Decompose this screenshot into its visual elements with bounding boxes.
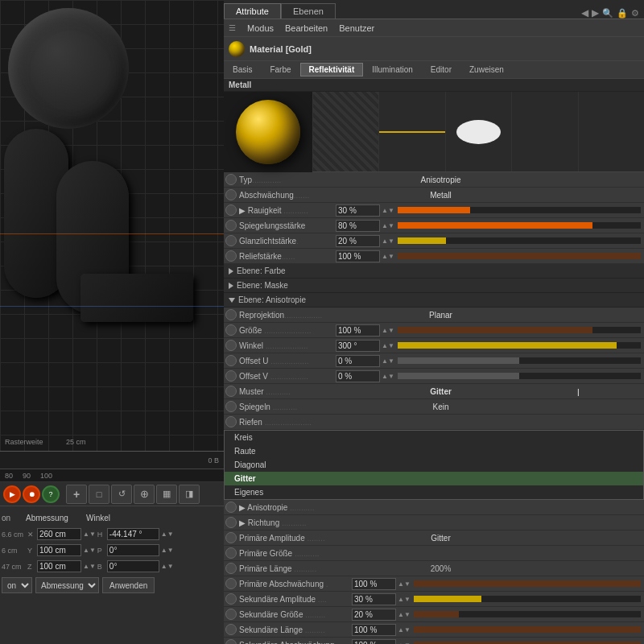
s-lange-indicator[interactable] — [225, 624, 237, 635]
mat-tab-farbe[interactable]: Farbe — [261, 63, 299, 76]
p-abs-input[interactable] — [352, 578, 396, 590]
dropdown-item-raute[interactable]: Raute — [225, 444, 643, 458]
spiegelung-input[interactable] — [336, 220, 380, 232]
p-lange-indicator[interactable] — [225, 563, 237, 574]
relief-indicator[interactable] — [225, 250, 237, 262]
input-h[interactable] — [107, 528, 159, 540]
winkel-input[interactable] — [336, 340, 380, 352]
mat-tab-editor[interactable]: Editor — [422, 63, 460, 76]
dropdown-item-diagonal[interactable]: Diagonal — [225, 458, 643, 472]
offset-u-input[interactable] — [336, 355, 380, 367]
riefen-indicator[interactable] — [225, 416, 237, 427]
dropdown-item-eigenes[interactable]: Eigenes — [225, 485, 643, 499]
grid-btn[interactable]: ▦ — [156, 485, 177, 504]
grosse-arrows[interactable]: ▲▼ — [382, 327, 394, 334]
help-btn[interactable]: ? — [42, 485, 60, 503]
s-grosse-indicator[interactable] — [225, 609, 237, 620]
input-p[interactable] — [107, 544, 159, 556]
tab-attribute[interactable]: Attribute — [224, 3, 281, 19]
cross-btn[interactable]: ⊕ — [134, 485, 155, 504]
h-arrows[interactable]: ▲▼ — [161, 530, 174, 538]
s-lange-arrows[interactable]: ▲▼ — [398, 626, 411, 634]
offset-v-arrows[interactable]: ▲▼ — [382, 373, 394, 380]
arrow-right-icon[interactable]: ▶ — [592, 7, 599, 19]
undo-btn[interactable]: ↺ — [111, 485, 132, 504]
richtung-indicator[interactable] — [225, 517, 237, 528]
abschwachung-indicator[interactable] — [225, 189, 237, 200]
relief-arrows[interactable]: ▲▼ — [382, 253, 394, 260]
split-btn[interactable]: ◨ — [179, 485, 200, 504]
muster-value[interactable]: Gitter — [430, 387, 452, 396]
p-grosse-indicator[interactable] — [225, 547, 237, 559]
apply-button[interactable]: Anwenden — [102, 577, 155, 593]
mat-tab-illumination[interactable]: Illumination — [363, 63, 422, 76]
grosse-indicator[interactable] — [225, 324, 237, 336]
b-arrows[interactable]: ▲▼ — [161, 563, 174, 570]
viewport[interactable]: Rasterweite 25 cm — [0, 0, 224, 451]
glanzlicht-input[interactable] — [336, 235, 380, 247]
offset-v-indicator[interactable] — [225, 370, 237, 382]
search-icon[interactable]: 🔍 — [602, 8, 613, 19]
typ-value[interactable]: Anisotropie — [420, 175, 460, 184]
lock-icon[interactable]: 🔒 — [617, 8, 628, 19]
rauigkeit-arrows[interactable]: ▲▼ — [382, 207, 394, 214]
spiegelung-indicator[interactable] — [225, 220, 237, 231]
offset-u-indicator[interactable] — [225, 355, 237, 366]
input-z[interactable] — [37, 560, 81, 572]
winkel-indicator[interactable] — [225, 340, 237, 351]
mat-tab-basis[interactable]: Basis — [224, 63, 261, 76]
p-abs-arrows[interactable]: ▲▼ — [398, 580, 411, 588]
menu-modus[interactable]: Modus — [247, 23, 274, 33]
input-b[interactable] — [107, 560, 159, 572]
tab-ebenen[interactable]: Ebenen — [281, 3, 336, 19]
repro-value[interactable]: Planar — [429, 311, 452, 320]
input-y[interactable] — [37, 544, 81, 556]
menu-bearbeiten[interactable]: Bearbeiten — [285, 23, 328, 33]
p-amp-indicator[interactable] — [225, 532, 237, 543]
s-abs-input[interactable] — [352, 639, 396, 645]
glanzlicht-indicator[interactable] — [225, 235, 237, 246]
box-btn[interactable]: □ — [89, 485, 109, 504]
relief-input[interactable] — [336, 250, 380, 262]
record-btn[interactable]: ⏺ — [23, 485, 40, 503]
repro-indicator[interactable] — [225, 309, 237, 320]
glanzlicht-arrows[interactable]: ▲▼ — [382, 237, 394, 245]
abschwachung-value[interactable]: Metall — [430, 191, 452, 200]
spiegelung-arrows[interactable]: ▲▼ — [382, 222, 394, 229]
add-btn[interactable]: + — [66, 485, 87, 504]
offset-v-input[interactable] — [336, 370, 380, 382]
section-ebene-farbe[interactable]: Ebene: Farbe — [224, 264, 644, 279]
rauigkeit-input[interactable] — [336, 204, 380, 217]
offset-u-arrows[interactable]: ▲▼ — [382, 357, 394, 365]
mat-tab-reflektivitat[interactable]: Reflektivität — [300, 63, 364, 76]
dropdown-item-kreis[interactable]: Kreis — [225, 431, 643, 444]
s-amp-indicator[interactable] — [225, 593, 237, 605]
s-lange-input[interactable] — [352, 624, 396, 636]
s-amp-input[interactable] — [352, 593, 396, 605]
p-arrows[interactable]: ▲▼ — [161, 547, 174, 554]
mat-tab-zuweisen[interactable]: Zuweisen — [460, 63, 513, 76]
input-x[interactable] — [37, 528, 81, 540]
anisotropie-indicator[interactable] — [225, 502, 237, 513]
y-arrows[interactable]: ▲▼ — [83, 547, 96, 554]
s-grosse-input[interactable] — [352, 609, 396, 621]
section-ebene-maske[interactable]: Ebene: Maske — [224, 279, 644, 293]
abmessung-dropdown[interactable]: Abmessung — [35, 577, 99, 593]
p-abs-indicator[interactable] — [225, 578, 237, 589]
play-btn[interactable]: ▶ — [3, 485, 21, 503]
grosse-input[interactable] — [336, 324, 380, 336]
s-abs-arrows[interactable]: ▲▼ — [398, 642, 411, 645]
section-ebene-anisotropie[interactable]: Ebene: Anisotropie — [224, 293, 644, 308]
spiegeln-indicator[interactable] — [225, 401, 237, 412]
s-amp-arrows[interactable]: ▲▼ — [398, 596, 411, 603]
menu-benutzer[interactable]: Benutzer — [339, 23, 374, 33]
z-arrows[interactable]: ▲▼ — [83, 563, 96, 570]
p-amp-value[interactable]: Gitter — [431, 534, 450, 543]
spiegeln-value[interactable]: Kein — [433, 402, 449, 411]
arrow-left-icon[interactable]: ◀ — [581, 7, 588, 19]
gear-icon[interactable]: ⚙ — [631, 8, 639, 19]
typ-indicator[interactable] — [225, 174, 237, 185]
s-grosse-arrows[interactable]: ▲▼ — [398, 611, 411, 618]
winkel-arrows[interactable]: ▲▼ — [382, 342, 394, 349]
x-arrows[interactable]: ▲▼ — [83, 530, 96, 538]
